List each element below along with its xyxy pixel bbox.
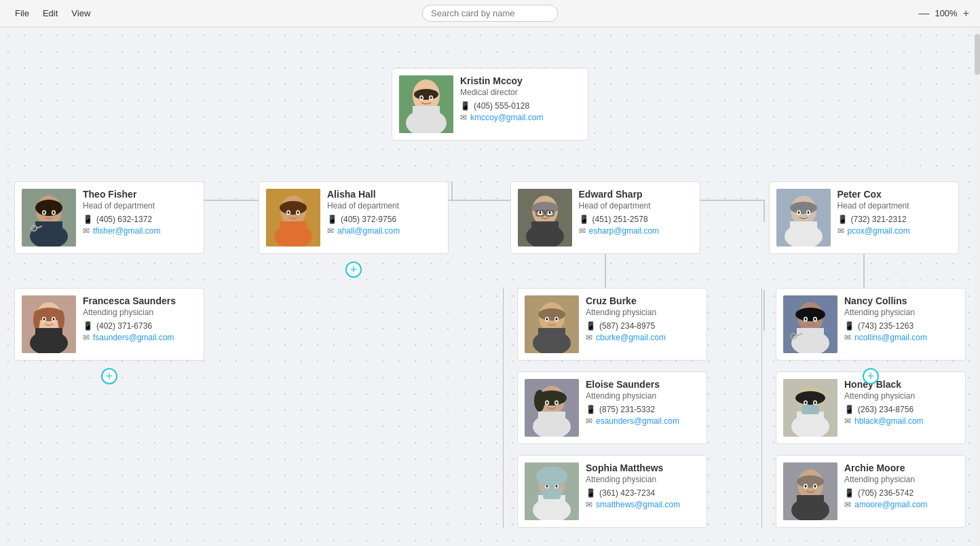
menu-view[interactable]: View bbox=[64, 5, 97, 21]
svg-rect-46 bbox=[280, 221, 307, 236]
card-role-eloise: Attending physician bbox=[586, 391, 700, 401]
card-role-honey: Attending physician bbox=[844, 391, 958, 401]
card-phone-francesca: 📱 (402) 371-6736 bbox=[83, 321, 197, 331]
scrollbar-right[interactable] bbox=[975, 27, 980, 546]
card-cruz[interactable]: Cruz Burke Attending physician 📱 (587) 2… bbox=[517, 288, 707, 361]
card-name-sophia: Sophia Matthews bbox=[586, 462, 700, 473]
card-info-peter: Peter Cox Head of department 📱 (732) 321… bbox=[837, 189, 951, 238]
email-link-peter[interactable]: pcox@gmail.com bbox=[848, 226, 910, 236]
email-link-francesca[interactable]: fsaunders@gmail.com bbox=[93, 333, 174, 342]
avatar-archie bbox=[783, 462, 837, 520]
add-child-francesca-button[interactable]: + bbox=[101, 368, 117, 384]
email-icon-kristin: ✉ bbox=[460, 113, 467, 122]
card-name-edward: Edward Sharp bbox=[579, 189, 693, 200]
svg-point-91 bbox=[556, 485, 558, 488]
peter-children-wrapper: Nancy Collins Attending physician 📱 (743… bbox=[761, 254, 966, 528]
phone-icon-cruz: 📱 bbox=[586, 321, 596, 331]
svg-point-127 bbox=[797, 475, 824, 488]
email-link-honey[interactable]: hblack@gmail.com bbox=[854, 416, 924, 426]
email-link-eloise[interactable]: esaunders@gmail.com bbox=[596, 416, 679, 426]
email-icon-peter: ✉ bbox=[837, 226, 844, 236]
svg-point-82 bbox=[534, 390, 545, 412]
email-link-edward[interactable]: esharp@gmail.com bbox=[589, 226, 660, 236]
scrollbar-thumb[interactable] bbox=[975, 34, 980, 75]
add-child-nancy-button[interactable]: + bbox=[863, 368, 879, 384]
svg-point-28 bbox=[53, 211, 55, 214]
svg-point-80 bbox=[546, 401, 548, 404]
card-phone-peter: 📱 (732) 321-2312 bbox=[837, 215, 951, 224]
email-link-cruz[interactable]: cburke@gmail.com bbox=[596, 333, 666, 342]
card-peter[interactable]: Peter Cox Head of department 📱 (732) 321… bbox=[769, 181, 959, 254]
svg-point-8 bbox=[430, 96, 432, 99]
svg-rect-129 bbox=[797, 495, 824, 510]
card-name-alisha: Alisha Hall bbox=[327, 189, 441, 200]
email-link-nancy[interactable]: ncollins@gmail.com bbox=[854, 333, 927, 342]
edward-connectors bbox=[605, 254, 606, 288]
avatar-eloise bbox=[525, 379, 579, 437]
card-phone-archie: 📱 (705) 236-5742 bbox=[844, 488, 958, 498]
email-icon-edward: ✉ bbox=[579, 226, 586, 236]
card-eloise[interactable]: Eloise Saunders Attending physician 📱 (8… bbox=[517, 371, 707, 444]
card-theo[interactable]: Theo Fisher Head of department 📱 (405) 6… bbox=[14, 181, 204, 254]
phone-icon-francesca: 📱 bbox=[83, 321, 93, 331]
card-name-peter: Peter Cox bbox=[837, 189, 951, 200]
email-icon-alisha: ✉ bbox=[327, 226, 334, 236]
phone-icon-edward: 📱 bbox=[579, 215, 589, 224]
menu-file[interactable]: File bbox=[8, 5, 36, 21]
svg-rect-92 bbox=[543, 488, 561, 499]
canvas[interactable]: Kristin Mccoy Medical director 📱 (405) 5… bbox=[0, 27, 980, 546]
email-icon-francesca: ✉ bbox=[83, 333, 90, 342]
card-info-alisha: Alisha Hall Head of department 📱 (405) 3… bbox=[327, 189, 441, 238]
svg-point-117 bbox=[795, 391, 825, 405]
avatar-honey bbox=[783, 379, 837, 437]
svg-point-96 bbox=[790, 202, 817, 214]
svg-point-66 bbox=[538, 308, 565, 321]
avatar-edward bbox=[518, 189, 572, 247]
phone-icon-theo: 📱 bbox=[83, 215, 93, 224]
svg-point-4 bbox=[414, 89, 438, 100]
card-role-archie: Attending physician bbox=[844, 475, 958, 484]
phone-icon-alisha: 📱 bbox=[327, 215, 337, 224]
card-nancy[interactable]: Nancy Collins Attending physician 📱 (743… bbox=[776, 288, 966, 361]
email-link-theo[interactable]: tfisher@gmail.com bbox=[93, 226, 161, 236]
avatar-peter bbox=[776, 189, 831, 247]
card-francesca[interactable]: Francesca Saunders Attending physician 📱… bbox=[14, 288, 204, 361]
search-input[interactable] bbox=[422, 5, 558, 22]
card-archie[interactable]: Archie Moore Attending physician 📱 (705)… bbox=[776, 455, 966, 528]
email-link-kristin[interactable]: kmccoy@gmail.com bbox=[470, 113, 544, 122]
zoom-in-button[interactable]: + bbox=[960, 6, 972, 21]
svg-rect-68 bbox=[538, 328, 565, 343]
email-link-archie[interactable]: amoore@gmail.com bbox=[854, 500, 928, 509]
email-icon-sophia: ✉ bbox=[586, 500, 592, 509]
edward-children: Cruz Burke Attending physician 📱 (587) 2… bbox=[503, 288, 707, 528]
card-email-honey: ✉ hblack@gmail.com bbox=[844, 416, 958, 426]
avatar-nancy bbox=[783, 295, 837, 353]
branch-alisha: Alisha Hall Head of department 📱 (405) 3… bbox=[259, 181, 449, 528]
svg-rect-37 bbox=[35, 328, 62, 343]
svg-point-40 bbox=[43, 318, 45, 321]
card-info-theo: Theo Fisher Head of department 📱 (405) 6… bbox=[83, 189, 197, 238]
svg-point-22 bbox=[35, 200, 62, 216]
menu-edit[interactable]: Edit bbox=[36, 5, 64, 21]
email-icon-archie: ✉ bbox=[844, 500, 851, 509]
card-edward[interactable]: Edward Sharp Head of department 📱 (451) … bbox=[510, 181, 700, 254]
card-alisha[interactable]: Alisha Hall Head of department 📱 (405) 3… bbox=[259, 181, 449, 254]
card-role-alisha: Head of department bbox=[327, 201, 441, 211]
card-name-eloise: Eloise Saunders bbox=[586, 379, 700, 390]
card-phone-sophia: 📱 (361) 423-7234 bbox=[586, 488, 700, 498]
card-name-honey: Honey Black bbox=[844, 379, 958, 390]
svg-rect-55 bbox=[531, 221, 559, 236]
edward-children-wrapper: Cruz Burke Attending physician 📱 (587) 2… bbox=[503, 254, 707, 528]
add-child-alisha-button[interactable]: + bbox=[345, 261, 362, 278]
card-email-kristin: ✉ kmccoy@gmail.com bbox=[460, 113, 581, 122]
card-sophia[interactable]: Sophia Matthews Attending physician 📱 (3… bbox=[517, 455, 707, 528]
svg-rect-108 bbox=[797, 328, 824, 343]
zoom-out-button[interactable]: — bbox=[916, 6, 932, 21]
card-info-sophia: Sophia Matthews Attending physician 📱 (3… bbox=[586, 462, 700, 511]
email-link-alisha[interactable]: ahall@gmail.com bbox=[337, 226, 400, 236]
email-link-sophia[interactable]: smatthews@gmail.com bbox=[596, 500, 680, 509]
svg-point-132 bbox=[805, 485, 807, 488]
svg-point-102 bbox=[807, 211, 809, 214]
card-root[interactable]: Kristin Mccoy Medical director 📱 (405) 5… bbox=[392, 68, 588, 141]
card-email-peter: ✉ pcox@gmail.com bbox=[837, 226, 951, 236]
